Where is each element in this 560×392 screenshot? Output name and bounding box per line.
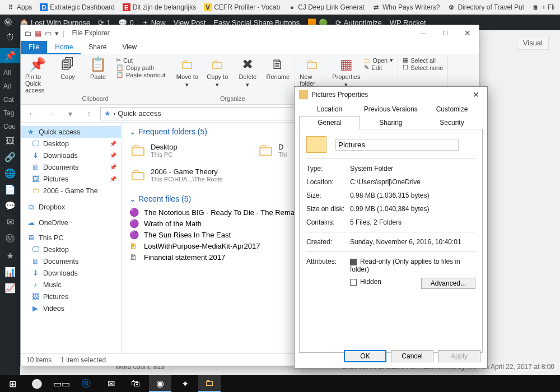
qat-down-icon[interactable]: ▾ <box>55 29 59 38</box>
tab-sharing[interactable]: Sharing <box>360 116 421 129</box>
nav-thispc[interactable]: 🖥This PC <box>21 232 121 244</box>
nav-downloads[interactable]: ⬇Downloads📌 <box>21 150 121 161</box>
bookmark-fli[interactable]: 🗎+ Fli <box>528 2 558 12</box>
rename-button[interactable]: 🗎Rename <box>265 57 290 80</box>
close-button[interactable]: ✕ <box>456 25 479 41</box>
chrome-icon[interactable]: ◉ <box>149 375 171 392</box>
nav-desktop2[interactable]: 🖵Desktop <box>21 244 121 255</box>
bookmark-cj[interactable]: ●CJ Deep Link Generat <box>284 2 368 12</box>
wp-side-links-icon[interactable]: 🔗 <box>0 152 20 162</box>
wp-side-item[interactable]: Cou <box>0 123 20 130</box>
wp-side-chart-icon[interactable]: 📊 <box>0 267 20 277</box>
folder-d[interactable]: 🗀DThi <box>257 139 291 161</box>
store-icon[interactable]: 🛍 <box>124 375 147 392</box>
tab-home[interactable]: Home <box>47 41 81 54</box>
nav-pictures[interactable]: 🖼Pictures📌 <box>21 173 121 185</box>
cancel-button[interactable]: Cancel <box>391 350 433 362</box>
back-button[interactable]: ← <box>24 107 40 120</box>
up-button[interactable]: ↑ <box>81 107 97 120</box>
properties-button[interactable]: ▦Properties▾ <box>334 57 358 88</box>
forward-button[interactable]: → <box>43 107 59 120</box>
moveto-button[interactable]: 🗀Move to▾ <box>175 57 199 88</box>
nav-music[interactable]: ♪Music <box>21 279 121 291</box>
minimize-button[interactable]: — <box>412 25 434 41</box>
pasteshortcut-button[interactable]: 📋 Paste shortcut <box>116 71 165 78</box>
editor-tab-visual[interactable]: Visual <box>517 36 549 50</box>
bookmark-dit[interactable]: EDit zijn de belangrijks <box>119 2 199 12</box>
wp-side-stats-icon[interactable]: 📈 <box>0 283 20 293</box>
wp-side-media-icon[interactable]: 🖼 <box>0 136 20 146</box>
wp-side-m-icon[interactable]: Ⓜ <box>0 233 20 245</box>
maximize-button[interactable]: ☐ <box>434 25 456 41</box>
copy-button[interactable]: 🗐Copy <box>55 57 80 80</box>
tab-general[interactable]: General <box>299 116 360 129</box>
folder-gametheory[interactable]: 🗀2006 - Game TheoryThis PC\HUA...\The Ro… <box>129 165 241 184</box>
hidden-checkbox[interactable]: Hidden <box>350 278 381 286</box>
nav-dropbox[interactable]: ⧉Dropbox <box>21 201 121 213</box>
tab-file[interactable]: File <box>21 41 47 54</box>
slack-icon[interactable]: ✦ <box>174 375 196 392</box>
bookmark-dir[interactable]: ⚙Directory of Travel Pul <box>444 2 527 12</box>
explorer-titlebar[interactable]: 🗀 ▦ ▭ ▾ | File Explorer — ☐ ✕ <box>21 25 479 41</box>
wp-side-item[interactable]: Cat <box>0 96 20 104</box>
nav-documents[interactable]: 🗎Documents📌 <box>21 161 121 173</box>
nav-onedrive[interactable]: ☁OneDrive <box>21 217 121 228</box>
wp-side-pin-icon[interactable]: 📌 <box>0 48 20 63</box>
tab-view[interactable]: View <box>114 41 144 54</box>
wp-side-globe-icon[interactable]: 🌐 <box>0 168 20 179</box>
nav-gametheory[interactable]: 🗀2006 - Game The <box>21 185 121 197</box>
qat-new-icon[interactable]: ▭ <box>45 29 52 38</box>
selectnone-button[interactable]: ☐ Select none <box>403 64 443 71</box>
taskview-button[interactable]: ▭▭ <box>50 375 73 392</box>
wp-side-dashboard-icon[interactable]: ⏱ <box>0 32 20 43</box>
wp-side-item[interactable]: Tag <box>0 109 20 117</box>
close-button[interactable]: ✕ <box>469 90 483 99</box>
wp-side-item[interactable]: All <box>0 69 20 77</box>
tab-customize[interactable]: Customize <box>421 102 482 116</box>
nav-quickaccess[interactable]: ★Quick access <box>21 126 121 138</box>
folder-desktop[interactable]: 🗀DesktopThis PC <box>129 139 241 161</box>
nav-downloads2[interactable]: ⬇Downloads <box>21 267 121 279</box>
tab-prev[interactable]: Previous Versions <box>360 102 421 116</box>
tab-security[interactable]: Security <box>421 116 482 129</box>
copypath-button[interactable]: 📋 Copy path <box>116 64 165 71</box>
apply-button[interactable]: Apply <box>438 350 480 362</box>
wp-side-form-icon[interactable]: ✉ <box>0 217 20 227</box>
copyto-button[interactable]: 🗀Copy to▾ <box>205 57 230 88</box>
bookmark-cefr[interactable]: VCEFR Profiler - Vocab <box>200 2 283 12</box>
qat-prop-icon[interactable]: ▦ <box>35 29 41 38</box>
wp-side-item[interactable]: Ad <box>0 82 20 90</box>
wp-side-star-icon[interactable]: ★ <box>0 250 20 261</box>
edge-icon[interactable]: ⓔ <box>75 375 97 392</box>
delete-button[interactable]: ✖Delete▾ <box>235 57 260 88</box>
start-button[interactable]: ⊞ <box>1 375 24 392</box>
tab-share[interactable]: Share <box>81 41 114 54</box>
paste-button[interactable]: 📋Paste <box>86 57 110 80</box>
bookmark-who[interactable]: ⇄Who Pays Writers? <box>369 2 443 12</box>
advanced-button[interactable]: Advanced... <box>421 278 475 289</box>
bookmark-extrategic[interactable]: DExtrategic Dashboard <box>36 2 118 12</box>
readonly-checkbox[interactable]: Read-only (Only applies to files in fold… <box>350 258 475 273</box>
props-titlebar[interactable]: Pictures Properties ✕ <box>295 87 487 102</box>
nav-pictures2[interactable]: 🖼Pictures <box>21 291 121 302</box>
wp-logo-icon[interactable]: ⓦ <box>4 17 12 27</box>
nav-documents2[interactable]: 🗎Documents <box>21 255 121 267</box>
name-field[interactable] <box>335 139 459 151</box>
nav-desktop[interactable]: 🖵Desktop📌 <box>21 138 121 150</box>
mail-icon[interactable]: ✉ <box>100 375 122 392</box>
pin-button[interactable]: 📌Pin to Quick access <box>25 57 50 94</box>
wp-side-pages-icon[interactable]: 📄 <box>0 184 20 195</box>
tab-location[interactable]: Location <box>299 102 360 116</box>
cut-button[interactable]: ✂ Cut <box>116 57 165 64</box>
ok-button[interactable]: OK <box>344 350 386 362</box>
explorer-taskbar-icon[interactable]: 🗀 <box>198 375 221 392</box>
edit-button[interactable]: ✎ Edit <box>364 64 393 71</box>
selectall-button[interactable]: ▦ Select all <box>403 57 443 64</box>
bookmark-apps[interactable]: ⠿Apps <box>3 2 35 12</box>
nav-videos[interactable]: ▶Videos <box>21 302 121 314</box>
open-button[interactable]: 🗀 Open ▾ <box>364 57 393 64</box>
search-button[interactable]: ⚪ <box>26 375 48 392</box>
wp-side-comments-icon[interactable]: 💬 <box>0 200 20 211</box>
newfolder-button[interactable]: 🗀New folder <box>300 57 324 87</box>
recent-button[interactable]: ▾ <box>62 107 78 120</box>
